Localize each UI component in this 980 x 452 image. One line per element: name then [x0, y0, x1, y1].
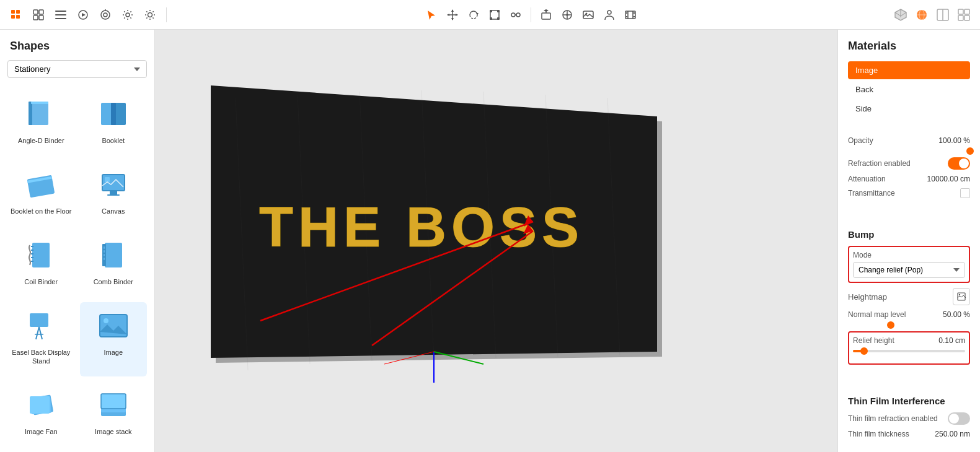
bump-mode-select[interactable]: Change relief (Pop) [853, 262, 965, 278]
normal-map-thumb[interactable] [887, 321, 894, 329]
material-tabs: Image Back Side [848, 61, 970, 119]
svg-text:THE BOSS: THE BOSS [259, 196, 584, 258]
heightmap-btn[interactable] [953, 288, 970, 305]
svg-line-25 [152, 11, 153, 12]
target2-icon[interactable] [558, 6, 576, 24]
thin-film-refraction-toggle[interactable] [948, 412, 970, 425]
image-tool-icon[interactable] [580, 6, 597, 24]
refraction-label: Refraction enabled [848, 159, 911, 168]
scene-container: THE BOSS THE BOSS THE BOSS [155, 30, 837, 452]
svg-rect-81 [105, 177, 110, 182]
svg-rect-9 [55, 14, 66, 15]
shape-item-canvas[interactable]: Canvas [80, 161, 148, 227]
scale-tool-icon[interactable] [486, 6, 503, 24]
svg-rect-35 [497, 10, 500, 12]
canvas-area[interactable]: THE BOSS THE BOSS THE BOSS [155, 30, 837, 452]
tab-image[interactable]: Image [848, 61, 970, 79]
svg-rect-65 [958, 9, 963, 14]
svg-rect-56 [626, 12, 627, 14]
video-icon[interactable] [74, 6, 92, 24]
rotate-tool-icon[interactable] [465, 6, 482, 24]
svg-rect-58 [633, 12, 635, 14]
svg-rect-92 [104, 254, 105, 256]
move-tool-icon[interactable] [444, 6, 461, 24]
group-tool-icon[interactable] [507, 6, 524, 24]
shape-item-angle-d-binder[interactable]: Angle-D Binder [7, 90, 75, 156]
target-icon[interactable] [97, 6, 114, 24]
booklet-icon [95, 95, 132, 133]
image-fan-icon [22, 386, 60, 424]
shape-item-image-fan[interactable]: Image Fan [7, 381, 75, 447]
four-panel-icon[interactable] [955, 6, 973, 24]
svg-rect-80 [107, 194, 120, 196]
shape-label-canvas: Canvas [102, 207, 125, 215]
relief-height-slider[interactable] [853, 350, 965, 352]
menu-icon[interactable] [52, 6, 69, 24]
svg-rect-5 [39, 10, 43, 14]
attenuation-value: 10000.00 cm [927, 175, 970, 183]
svg-rect-73 [115, 103, 126, 125]
sphere-icon[interactable] [913, 6, 930, 24]
sun-icon[interactable] [141, 6, 159, 24]
opacity-row: Opacity 100.00 % [848, 136, 970, 145]
left-panel: Shapes Stationery Angle-D Binder [0, 30, 155, 452]
bump-mode-box: Mode Change relief (Pop) [848, 246, 970, 283]
shape-item-image-stack[interactable]: Image stack [80, 381, 148, 447]
shape-label-angle-d-binder: Angle-D Binder [18, 136, 64, 145]
transmittance-row: Transmittance [848, 188, 970, 198]
settings-icon[interactable] [119, 6, 136, 24]
svg-rect-71 [31, 102, 48, 104]
relief-height-box: Relief height 0.10 cm [848, 331, 970, 365]
svg-marker-12 [82, 13, 86, 17]
svg-rect-41 [542, 13, 550, 19]
svg-rect-6 [33, 15, 38, 20]
opacity-thumb[interactable] [966, 147, 974, 155]
shape-label-image-stack: Image stack [95, 427, 131, 436]
person-icon[interactable] [601, 6, 618, 24]
canvas-icon [95, 166, 132, 203]
cursor-tool-icon[interactable] [423, 6, 440, 24]
panel-icon[interactable] [934, 6, 951, 24]
shape-item-easel[interactable]: Easel Back Display Stand [7, 302, 75, 376]
center-tools [174, 6, 887, 24]
thin-film-thickness-label: Thin film thickness [848, 430, 909, 438]
refraction-toggle[interactable] [948, 157, 970, 170]
svg-rect-69 [31, 102, 48, 125]
separator-2 [531, 7, 531, 22]
transmittance-checkbox[interactable] [960, 188, 970, 198]
booklet-floor-icon [22, 166, 60, 203]
svg-rect-103 [30, 396, 50, 414]
category-dropdown[interactable]: Stationery [7, 60, 147, 78]
svg-rect-82 [32, 243, 50, 267]
add-shape-icon[interactable] [537, 6, 555, 24]
transmittance-label: Transmittance [848, 189, 895, 198]
separator-1 [166, 7, 167, 22]
svg-rect-3 [16, 15, 20, 19]
svg-rect-88 [105, 243, 122, 267]
shape-item-coil-binder[interactable]: Coil Binder [7, 232, 75, 297]
grid-icon[interactable] [30, 6, 47, 24]
thin-film-refraction-label: Thin film refraction enabled [848, 414, 938, 423]
svg-line-95 [36, 327, 39, 339]
tab-back[interactable]: Back [848, 80, 970, 98]
shape-item-booklet[interactable]: Booklet [80, 90, 148, 156]
shape-item-image[interactable]: Image [80, 302, 148, 376]
shape-label-booklet-floor: Booklet on the Floor [11, 207, 71, 215]
svg-rect-91 [104, 250, 105, 253]
cube-3d-icon[interactable] [892, 6, 909, 24]
svg-rect-4 [33, 10, 38, 14]
tab-side[interactable]: Side [848, 100, 970, 118]
svg-point-17 [148, 12, 152, 17]
svg-point-52 [607, 11, 611, 14]
svg-point-39 [516, 13, 520, 17]
relief-height-thumb[interactable] [860, 347, 868, 355]
grid-app-icon[interactable] [7, 6, 25, 24]
svg-rect-1 [16, 10, 20, 14]
svg-rect-59 [633, 16, 635, 17]
film-icon[interactable] [622, 6, 639, 24]
heightmap-row: Heightmap [848, 288, 970, 305]
main-toolbar [0, 0, 980, 30]
svg-marker-43 [544, 9, 549, 12]
shape-item-booklet-floor[interactable]: Booklet on the Floor [7, 161, 75, 227]
shape-item-comb-binder[interactable]: Comb Binder [80, 232, 148, 297]
